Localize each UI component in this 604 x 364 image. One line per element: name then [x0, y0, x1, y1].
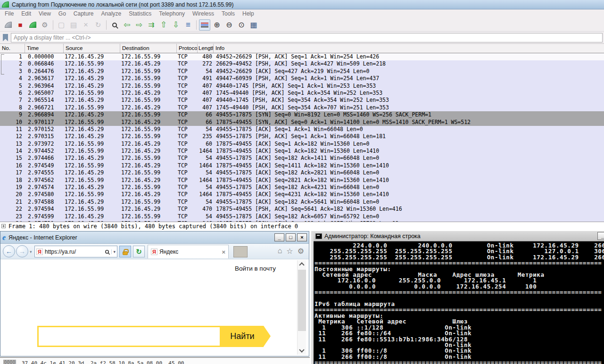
packet-row[interactable]: 72.965514172.16.45.29172.16.55.99TCP4074… [0, 97, 604, 104]
yandex-search-input[interactable] [37, 326, 221, 347]
start-capture-icon[interactable] [2, 19, 14, 31]
home-icon[interactable]: ⌂ [278, 247, 282, 256]
packet-row[interactable]: 82.966721172.16.55.99172.16.45.29TCP4071… [0, 104, 604, 111]
menu-help[interactable]: Help [239, 9, 258, 18]
toolbar-separator [53, 20, 53, 30]
column-protocol[interactable]: Protocol [177, 44, 198, 53]
packet-row[interactable]: 222.974594172.16.55.99172.16.45.29TCP470… [0, 206, 604, 213]
history-dropdown-icon[interactable]: ▾ [30, 249, 32, 254]
mail-login-link[interactable]: Войти в почту [235, 265, 276, 272]
open-file-icon[interactable]: ▢ [56, 19, 67, 31]
packet-row[interactable]: 42.963617172.16.45.29172.16.55.99TCP4914… [0, 75, 604, 82]
autoscroll-icon[interactable]: ≡ [182, 19, 194, 31]
goto-packet-icon[interactable]: ⇉ [146, 19, 157, 31]
resize-columns-icon[interactable]: ▦ [248, 19, 259, 31]
packet-row[interactable]: 10.000000172.16.45.29172.16.55.99TCP4804… [0, 53, 604, 60]
packet-row[interactable]: 212.974588172.16.45.29172.16.55.99TCP544… [0, 199, 604, 206]
ie-scrollbar[interactable] [297, 260, 306, 355]
packet-row[interactable]: 182.974562172.16.55.99172.16.45.29TCP146… [0, 177, 604, 184]
ie-close-button[interactable]: × [297, 233, 307, 241]
menu-file[interactable]: File [1, 9, 17, 18]
packet-len: 407 [198, 90, 214, 97]
packet-row[interactable]: 202.974580172.16.55.99172.16.45.29TCP146… [0, 191, 604, 198]
column-time[interactable]: Time [25, 44, 64, 53]
packet-row[interactable]: 92.966894172.16.45.29172.16.55.99TCP6649… [0, 111, 604, 118]
packet-info: 49455→17875 [SYN] Seq=0 Win=8192 Len=0 M… [214, 111, 604, 118]
address-url[interactable]: https://ya.ru/ [45, 248, 105, 255]
close-file-icon[interactable]: × [80, 19, 91, 31]
display-filter-input[interactable] [11, 33, 603, 42]
ie-minimize-button[interactable]: _ [274, 233, 284, 241]
menu-view[interactable]: View [35, 9, 55, 18]
next-packet-icon[interactable]: ⇨ [133, 19, 145, 31]
packet-len: 470 [198, 206, 214, 213]
settings-gear-icon[interactable]: ⚙ [298, 247, 304, 256]
packet-row[interactable]: 162.974549172.16.55.99172.16.45.29TCP146… [0, 162, 604, 169]
stop-capture-icon[interactable]: ■ [15, 19, 26, 31]
scrollbar-thumb[interactable] [298, 270, 306, 331]
stop-capture-icon-glyph: ■ [18, 21, 22, 28]
ie-maximize-button[interactable]: □ [286, 233, 296, 241]
scroll-up-icon[interactable] [299, 262, 304, 267]
reload-file-icon[interactable]: ↻ [92, 19, 104, 31]
scroll-down-icon[interactable] [299, 347, 304, 352]
yandex-find-button[interactable]: Найти [221, 326, 264, 347]
packet-row[interactable]: 132.973972172.16.55.99172.16.45.29TCP601… [0, 141, 604, 148]
menu-telephony[interactable]: Telephony [155, 9, 189, 18]
address-bar[interactable]: Я https://ya.ru/ ▾ [34, 246, 117, 257]
packet-row[interactable]: 52.963964172.16.45.29172.16.55.99TCP4074… [0, 83, 604, 90]
refresh-button[interactable]: ↻ [133, 246, 145, 257]
restart-capture-icon[interactable] [27, 19, 38, 31]
frame-summary[interactable]: Frame 1: 480 bytes on wire (3840 bits), … [8, 223, 298, 230]
find-packet-icon[interactable] [109, 19, 120, 31]
packet-row[interactable]: 172.974555172.16.45.29172.16.55.99TCP544… [0, 169, 604, 176]
packet-row[interactable]: 142.974452172.16.55.99172.16.45.29TCP146… [0, 148, 604, 155]
menu-statistics[interactable]: Statistics [125, 9, 155, 18]
first-packet-icon[interactable]: ⇧ [158, 19, 169, 31]
cmd-minimize-button[interactable]: _ [597, 232, 604, 240]
last-packet-icon[interactable]: ⇩ [170, 19, 182, 31]
reload-file-icon-glyph: ↻ [95, 21, 101, 28]
forward-button[interactable]: → [16, 245, 28, 257]
packet-row[interactable]: 102.970117172.16.55.99172.16.45.29TCP661… [0, 119, 604, 126]
address-dropdown-icon[interactable]: ▾ [111, 249, 116, 254]
menu-analyze[interactable]: Analyze [98, 9, 125, 18]
packet-row[interactable]: 232.974599172.16.45.29172.16.55.99TCP544… [0, 213, 604, 220]
security-lock-button[interactable] [119, 246, 131, 257]
column-source[interactable]: Source [64, 44, 120, 53]
packet-row[interactable]: 192.974574172.16.45.29172.16.55.99TCP544… [0, 184, 604, 191]
zoom-out-icon[interactable]: ⊖ [223, 19, 235, 31]
tab-yandex[interactable]: Я Яндекс × [148, 245, 229, 258]
favorites-star-icon[interactable]: ☆ [286, 247, 293, 256]
zoom-in-icon[interactable]: ⊕ [211, 19, 223, 31]
autoscroll-icon-glyph: ≡ [186, 21, 190, 29]
filter-bookmark-icon[interactable] [3, 34, 8, 41]
previous-packet-icon[interactable]: ⇦ [121, 19, 132, 31]
menu-capture[interactable]: Capture [70, 9, 98, 18]
save-file-icon[interactable]: ▤ [68, 19, 79, 31]
packet-row[interactable]: 20.066846172.16.55.99172.16.45.29TCP2722… [0, 60, 604, 67]
menu-edit[interactable]: Edit [17, 9, 35, 18]
menu-tools[interactable]: Tools [218, 9, 239, 18]
address-search-icon[interactable] [105, 250, 109, 254]
back-button[interactable]: ← [3, 245, 15, 257]
column-info[interactable]: Info [214, 44, 604, 53]
packet-row[interactable]: 152.974466172.16.45.29172.16.55.99TCP544… [0, 155, 604, 162]
menu-wireless[interactable]: Wireless [189, 9, 218, 18]
packet-row[interactable]: 122.970315172.16.45.29172.16.55.99TCP235… [0, 133, 604, 140]
capture-options-icon[interactable]: ⚙ [39, 19, 50, 31]
tab-close-icon[interactable]: × [222, 248, 225, 256]
column-length[interactable]: Length [198, 44, 214, 53]
new-tab-button[interactable] [233, 246, 248, 257]
column-no[interactable]: No. [0, 44, 25, 53]
menu-go[interactable]: Go [55, 9, 70, 18]
colorize-icon[interactable] [199, 19, 210, 31]
column-destination[interactable]: Destination [120, 44, 177, 53]
packet-row[interactable]: 30.264476172.16.45.29172.16.55.99TCP5449… [0, 68, 604, 75]
zoom-reset-icon[interactable]: ⊙ [236, 19, 247, 31]
packet-row[interactable]: 62.965007172.16.55.99172.16.45.29TCP4071… [0, 90, 604, 97]
packet-list[interactable]: 10.000000172.16.45.29172.16.55.99TCP4804… [0, 53, 604, 222]
packet-time: 2.974549 [25, 162, 64, 169]
packet-row[interactable]: 112.970152172.16.45.29172.16.55.99TCP544… [0, 126, 604, 133]
expand-icon[interactable] [1, 224, 6, 228]
